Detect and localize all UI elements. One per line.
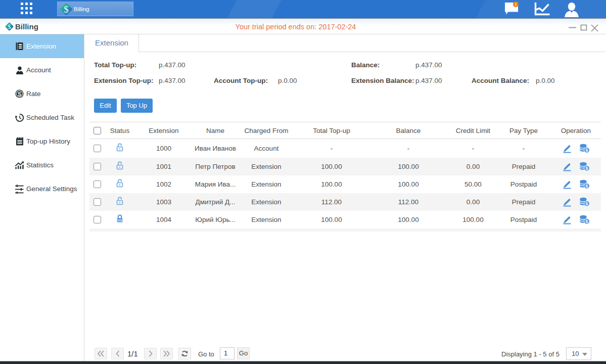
svg-text:$: $ xyxy=(585,183,588,189)
svg-text:!: ! xyxy=(515,2,517,7)
svg-text:$: $ xyxy=(585,201,588,206)
svg-text:$: $ xyxy=(64,4,69,15)
svg-text:$: $ xyxy=(585,165,588,171)
svg-text:$: $ xyxy=(585,218,588,224)
svg-text:$: $ xyxy=(585,147,588,153)
svg-text:S: S xyxy=(18,91,21,97)
